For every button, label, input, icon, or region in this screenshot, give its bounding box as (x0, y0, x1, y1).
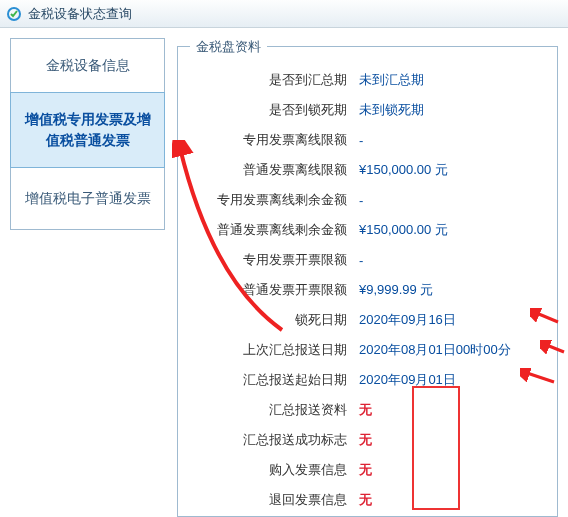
data-row: 是否到汇总期未到汇总期 (192, 65, 543, 95)
data-row: 汇总报送资料无 (192, 395, 543, 425)
row-value: 无 (357, 401, 543, 419)
row-value: - (357, 133, 543, 148)
window-title: 金税设备状态查询 (28, 5, 132, 23)
app-icon (6, 6, 22, 22)
data-row: 锁死日期2020年09月16日 (192, 305, 543, 335)
fieldset-legend: 金税盘资料 (190, 38, 267, 56)
row-value: 无 (357, 461, 543, 479)
tab-vat-special-normal[interactable]: 增值税专用发票及增值税普通发票 (10, 92, 165, 168)
content-panel: 金税盘资料 是否到汇总期未到汇总期是否到锁死期未到锁死期专用发票离线限额-普通发… (177, 38, 558, 517)
row-label: 汇总报送成功标志 (192, 431, 357, 449)
data-row: 购入发票信息无 (192, 455, 543, 485)
main-area: 金税设备信息 增值税专用发票及增值税普通发票 增值税电子普通发票 金税盘资料 是… (0, 28, 568, 517)
tab-vat-electronic[interactable]: 增值税电子普通发票 (10, 167, 165, 230)
row-value: 未到汇总期 (357, 71, 543, 89)
row-value: 无 (357, 491, 543, 509)
row-label: 普通发票离线限额 (192, 161, 357, 179)
data-row: 退回发票信息无 (192, 485, 543, 515)
row-label: 普通发票离线剩余金额 (192, 221, 357, 239)
row-label: 锁死日期 (192, 311, 357, 329)
row-value: - (357, 253, 543, 268)
data-row: 汇总报送成功标志无 (192, 425, 543, 455)
row-label: 是否到锁死期 (192, 101, 357, 119)
data-row: 普通发票离线限额¥150,000.00 元 (192, 155, 543, 185)
row-value: 未到锁死期 (357, 101, 543, 119)
row-label: 专用发票离线限额 (192, 131, 357, 149)
row-label: 是否到汇总期 (192, 71, 357, 89)
tab-label: 金税设备信息 (46, 57, 130, 73)
data-row: 普通发票离线剩余金额¥150,000.00 元 (192, 215, 543, 245)
data-row: 上次汇总报送日期2020年08月01日00时00分 (192, 335, 543, 365)
row-value: 无 (357, 431, 543, 449)
window-titlebar: 金税设备状态查询 (0, 0, 568, 28)
data-row: 汇总报送起始日期2020年09月01日 (192, 365, 543, 395)
data-row: 专用发票离线限额- (192, 125, 543, 155)
golden-tax-fieldset: 金税盘资料 是否到汇总期未到汇总期是否到锁死期未到锁死期专用发票离线限额-普通发… (177, 46, 558, 517)
data-row: 普通发票开票限额¥9,999.99 元 (192, 275, 543, 305)
row-label: 购入发票信息 (192, 461, 357, 479)
row-value: 2020年08月01日00时00分 (357, 341, 543, 359)
row-value: ¥9,999.99 元 (357, 281, 543, 299)
data-row: 专用发票开票限额- (192, 245, 543, 275)
row-label: 汇总报送资料 (192, 401, 357, 419)
data-rows: 是否到汇总期未到汇总期是否到锁死期未到锁死期专用发票离线限额-普通发票离线限额¥… (192, 65, 543, 515)
row-label: 上次汇总报送日期 (192, 341, 357, 359)
row-label: 专用发票开票限额 (192, 251, 357, 269)
tab-label: 增值税电子普通发票 (25, 190, 151, 206)
tab-device-info[interactable]: 金税设备信息 (10, 38, 165, 93)
row-label: 汇总报送起始日期 (192, 371, 357, 389)
row-label: 退回发票信息 (192, 491, 357, 509)
row-value: 2020年09月01日 (357, 371, 543, 389)
row-label: 专用发票离线剩余金额 (192, 191, 357, 209)
row-value: ¥150,000.00 元 (357, 221, 543, 239)
data-row: 是否到锁死期未到锁死期 (192, 95, 543, 125)
tab-label: 增值税专用发票及增值税普通发票 (25, 111, 151, 148)
row-value: ¥150,000.00 元 (357, 161, 543, 179)
sidebar: 金税设备信息 增值税专用发票及增值税普通发票 增值税电子普通发票 (10, 38, 165, 517)
row-label: 普通发票开票限额 (192, 281, 357, 299)
row-value: 2020年09月16日 (357, 311, 543, 329)
row-value: - (357, 193, 543, 208)
data-row: 专用发票离线剩余金额- (192, 185, 543, 215)
